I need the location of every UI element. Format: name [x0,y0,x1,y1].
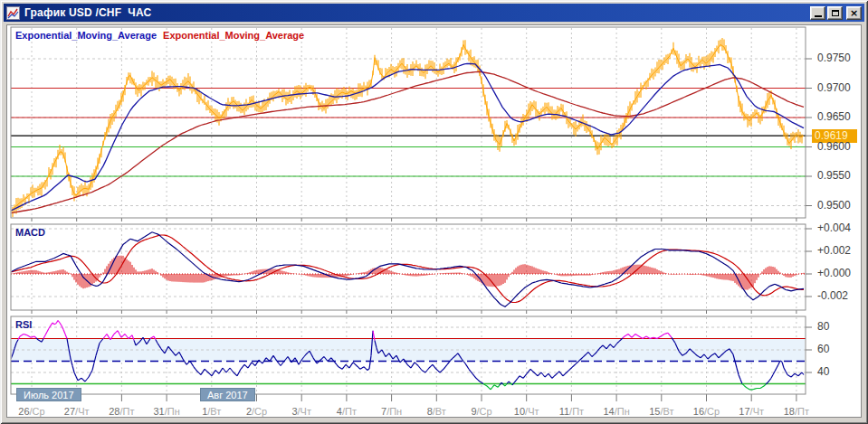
minimize-button[interactable] [810,6,825,20]
maximize-button[interactable] [827,6,843,20]
titlebar[interactable]: График USD /CHF ЧАС × [4,4,864,22]
window-title: График USD /CHF ЧАС [24,6,151,19]
chart-client-area[interactable] [6,24,862,418]
window-controls: × [810,6,862,20]
maximize-icon [832,10,839,16]
close-icon: × [850,8,858,18]
close-button[interactable]: × [846,6,862,20]
chart-window: График USD /CHF ЧАС × Exponential_Moving… [0,0,868,424]
minimize-icon [815,15,822,17]
chart-icon [6,6,20,20]
